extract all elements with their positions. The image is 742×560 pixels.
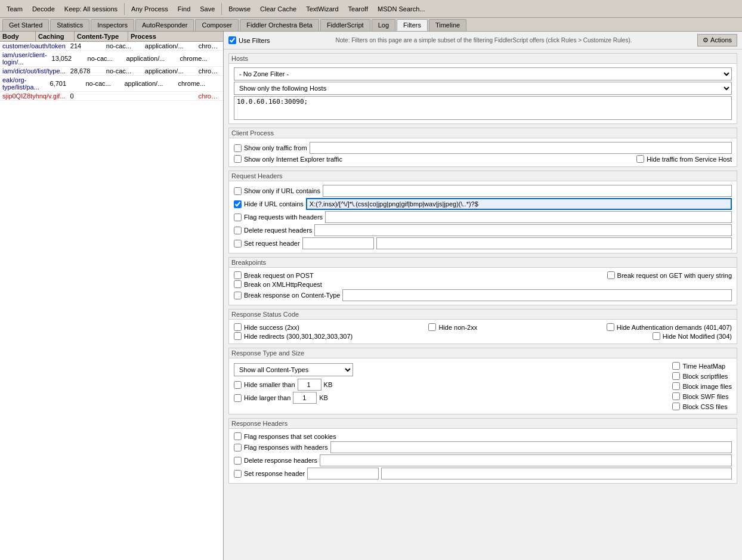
col-header-contenttype[interactable]: Content-Type [75,32,128,41]
delete-response-label[interactable]: Delete response headers [234,457,317,465]
tab-timeline[interactable]: Timeline [429,19,466,31]
hide-redirects-label[interactable]: Hide redirects (300,301,302,303,307) [234,332,353,340]
hide-auth-checkbox[interactable] [607,323,614,331]
show-traffic-checkbox[interactable] [234,144,242,152]
flag-requests-label[interactable]: Flag requests with headers [234,214,323,221]
hide-larger-checkbox[interactable] [234,394,242,402]
tearoff-button[interactable]: Tearoff [344,4,372,14]
zone-filter-select[interactable]: - No Zone Filter - Show only Intranet Ho… [234,67,732,81]
flag-requests-input[interactable] [325,211,732,223]
delete-request-checkbox[interactable] [234,227,242,234]
hide-larger-label[interactable]: Hide larger than [234,394,290,402]
table-row[interactable]: eak/org-type/list/pa... 6,701 no-cac... … [0,76,223,92]
tab-fiddlerscript[interactable]: FiddlerScript [320,19,370,31]
save-button[interactable]: Save [196,4,219,14]
set-response-label[interactable]: Set response header [234,470,305,478]
break-content-type-label[interactable]: Break response on Content-Type [234,292,340,299]
hide-not-modified-label[interactable]: Hide Not Modified (304) [653,332,732,340]
show-traffic-input[interactable] [310,142,732,154]
set-response-name-input[interactable] [307,468,379,479]
use-filters-label[interactable]: Use Filters [228,36,270,44]
browse-button[interactable]: Browse [224,4,255,14]
delete-request-label[interactable]: Delete request headers [234,227,312,234]
hide-smaller-checkbox[interactable] [234,381,242,389]
team-button[interactable]: Team [2,4,27,14]
clear-cache-button[interactable]: Clear Cache [256,4,301,14]
show-only-url-input[interactable] [323,185,732,197]
hide-if-url-input[interactable] [306,198,732,210]
col-header-process[interactable]: Process [128,32,223,41]
delete-request-input[interactable] [314,224,732,236]
table-row[interactable]: iam/user/client-login/... 13,052 no-cac.… [0,51,223,67]
block-swf-label[interactable]: Block SWF files [672,392,728,400]
set-response-checkbox[interactable] [234,470,242,478]
block-imagefiles-checkbox[interactable] [672,382,680,390]
flag-requests-checkbox[interactable] [234,214,242,221]
block-swf-checkbox[interactable] [672,392,680,400]
content-type-select[interactable]: Show all Content-Types Hide images Show … [234,363,353,376]
time-heatmap-label[interactable]: Time HeatMap [672,362,725,370]
tab-autoresponder[interactable]: AutoResponder [135,19,194,31]
break-get-label[interactable]: Break request on GET with query string [607,271,732,279]
hide-auth-label[interactable]: Hide Authentication demands (401,407) [607,323,732,331]
hosts-textarea[interactable] [234,96,732,120]
hide-smaller-input[interactable] [298,379,321,391]
break-content-type-checkbox[interactable] [234,292,242,299]
hide-non2xx-label[interactable]: Hide non-2xx [428,323,477,331]
hide-if-url-label[interactable]: Hide if URL contains [234,200,304,208]
hide-larger-input[interactable] [293,392,317,404]
time-heatmap-checkbox[interactable] [672,362,680,370]
flag-responses-headers-checkbox[interactable] [234,444,242,451]
tab-filters[interactable]: Filters [397,19,428,31]
show-only-url-checkbox[interactable] [234,187,242,195]
break-content-type-input[interactable] [342,289,732,301]
tab-fiddler-orchestra[interactable]: Fiddler Orchestra Beta [240,19,319,31]
show-only-url-label[interactable]: Show only if URL contains [234,187,320,195]
any-process-button[interactable]: Any Process [127,4,172,14]
break-post-label[interactable]: Break request on POST [234,271,314,279]
tab-statistics[interactable]: Statistics [50,19,89,31]
tab-get-started[interactable]: Get Started [2,19,49,31]
use-filters-checkbox[interactable] [228,36,236,44]
find-button[interactable]: Find [174,4,194,14]
col-header-body[interactable]: Body [0,32,36,41]
block-css-checkbox[interactable] [672,403,680,410]
hide-success-checkbox[interactable] [234,323,242,331]
hide-smaller-label[interactable]: Hide smaller than [234,381,295,389]
hide-not-modified-checkbox[interactable] [653,332,660,340]
hide-non2xx-checkbox[interactable] [428,323,436,331]
set-request-checkbox[interactable] [234,240,242,247]
flag-responses-label[interactable]: Flag responses that set cookies [234,432,336,440]
host-filter-select[interactable]: Show only the following Hosts Hide the f… [234,82,732,95]
show-ie-label[interactable]: Show only Internet Explorer traffic [234,155,342,163]
delete-response-input[interactable] [320,454,732,466]
hide-success-label[interactable]: Hide success (2xx) [234,323,299,331]
hide-redirects-checkbox[interactable] [234,332,242,340]
col-header-caching[interactable]: Caching [36,32,75,41]
break-post-checkbox[interactable] [234,271,242,279]
table-row[interactable]: customer/oauth/token 214 no-cac... appli… [0,42,223,51]
tab-log[interactable]: Log [372,19,395,31]
hide-service-host-label[interactable]: Hide traffic from Service Host [636,155,732,163]
delete-response-checkbox[interactable] [234,457,242,465]
hide-if-url-checkbox[interactable] [234,200,242,208]
break-xml-checkbox[interactable] [234,280,242,288]
set-request-label[interactable]: Set request header [234,240,300,247]
table-row[interactable]: iam/dict/out/list/type... 28,678 no-cac.… [0,67,223,76]
tab-composer[interactable]: Composer [195,19,239,31]
block-css-label[interactable]: Block CSS files [672,403,727,410]
msdn-search-button[interactable]: MSDN Search... [373,4,429,14]
flag-responses-headers-label[interactable]: Flag responses with headers [234,444,328,451]
actions-button[interactable]: ⚙ Actions [697,34,737,47]
set-response-value-input[interactable] [381,468,732,479]
flag-responses-headers-input[interactable] [330,441,732,453]
table-row[interactable]: sjip0QIZ8tyhnq/v.gif... 0 chrome... [0,92,223,101]
hide-service-host-checkbox[interactable] [636,155,644,163]
block-scriptfiles-label[interactable]: Block scriptfiles [672,372,728,380]
break-get-checkbox[interactable] [607,271,615,279]
keep-dropdown[interactable]: Keep: All sessions [60,4,122,14]
set-request-value-input[interactable] [376,237,732,249]
show-traffic-label[interactable]: Show only traffic from [234,144,307,152]
block-scriptfiles-checkbox[interactable] [672,372,680,380]
break-xml-label[interactable]: Break on XMLHttpRequest [234,280,322,288]
